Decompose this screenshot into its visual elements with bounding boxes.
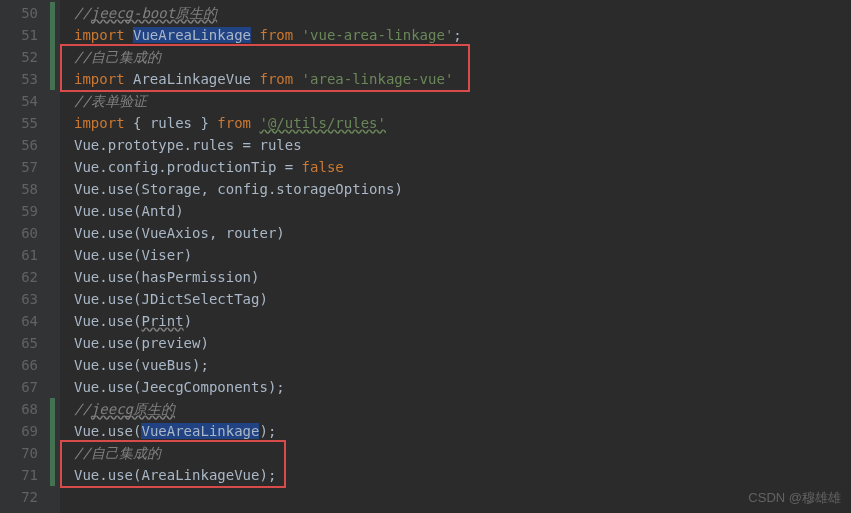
code-line[interactable]: //表单验证 xyxy=(74,90,851,112)
code-line[interactable]: Vue.use(AreaLinkageVue); xyxy=(74,464,851,486)
line-number: 62 xyxy=(14,266,38,288)
code-line[interactable]: //jeecg原生的 xyxy=(74,398,851,420)
line-number-gutter: 5051525354555657585960616263646566676869… xyxy=(0,0,48,513)
line-number: 50 xyxy=(14,2,38,24)
line-number: 53 xyxy=(14,68,38,90)
line-number: 72 xyxy=(14,486,38,508)
code-line[interactable]: Vue.prototype.rules = rules xyxy=(74,134,851,156)
watermark: CSDN @穆雄雄 xyxy=(748,489,841,507)
change-marks-strip xyxy=(48,0,60,513)
line-number: 66 xyxy=(14,354,38,376)
line-number: 61 xyxy=(14,244,38,266)
code-line[interactable]: Vue.config.productionTip = false xyxy=(74,156,851,178)
line-number: 68 xyxy=(14,398,38,420)
code-line[interactable]: Vue.use(VueAreaLinkage); xyxy=(74,420,851,442)
code-line[interactable]: Vue.use(Storage, config.storageOptions) xyxy=(74,178,851,200)
line-number: 52 xyxy=(14,46,38,68)
code-line[interactable]: //jeecg-boot原生的 xyxy=(74,2,851,24)
line-number: 56 xyxy=(14,134,38,156)
code-line[interactable]: Vue.use(Antd) xyxy=(74,200,851,222)
line-number: 58 xyxy=(14,178,38,200)
code-line[interactable]: Vue.use(Viser) xyxy=(74,244,851,266)
code-line[interactable]: Vue.use(vueBus); xyxy=(74,354,851,376)
line-number: 51 xyxy=(14,24,38,46)
code-line[interactable]: import VueAreaLinkage from 'vue-area-lin… xyxy=(74,24,851,46)
code-line[interactable]: //自己集成的 xyxy=(74,46,851,68)
code-line[interactable]: //自己集成的 xyxy=(74,442,851,464)
line-number: 64 xyxy=(14,310,38,332)
code-line[interactable]: Vue.use(JDictSelectTag) xyxy=(74,288,851,310)
code-area[interactable]: //jeecg-boot原生的import VueAreaLinkage fro… xyxy=(60,0,851,513)
line-number: 60 xyxy=(14,222,38,244)
code-line[interactable]: import { rules } from '@/utils/rules' xyxy=(74,112,851,134)
line-number: 65 xyxy=(14,332,38,354)
code-editor[interactable]: 5051525354555657585960616263646566676869… xyxy=(0,0,851,513)
code-line[interactable]: Vue.use(preview) xyxy=(74,332,851,354)
line-number: 71 xyxy=(14,464,38,486)
line-number: 63 xyxy=(14,288,38,310)
line-number: 54 xyxy=(14,90,38,112)
vcs-change-mark xyxy=(50,398,55,486)
code-line[interactable]: import AreaLinkageVue from 'area-linkage… xyxy=(74,68,851,90)
code-line[interactable]: Vue.use(Print) xyxy=(74,310,851,332)
code-line[interactable]: Vue.use(hasPermission) xyxy=(74,266,851,288)
code-line[interactable] xyxy=(74,486,851,508)
line-number: 69 xyxy=(14,420,38,442)
vcs-change-mark xyxy=(50,2,55,90)
code-line[interactable]: Vue.use(JeecgComponents); xyxy=(74,376,851,398)
code-line[interactable]: Vue.use(VueAxios, router) xyxy=(74,222,851,244)
line-number: 70 xyxy=(14,442,38,464)
line-number: 55 xyxy=(14,112,38,134)
line-number: 57 xyxy=(14,156,38,178)
line-number: 67 xyxy=(14,376,38,398)
line-number: 59 xyxy=(14,200,38,222)
